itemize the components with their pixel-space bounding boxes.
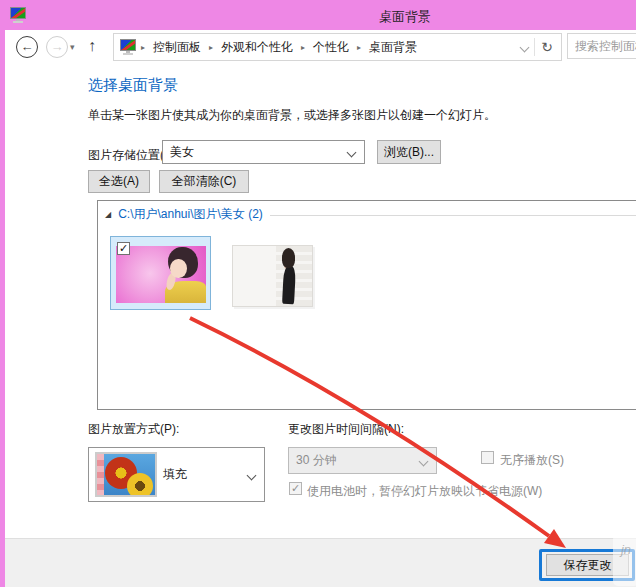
picture-location-value: 美女	[163, 144, 194, 161]
picture-location-select[interactable]: 美女	[162, 140, 365, 164]
up-button[interactable]: ↑	[88, 37, 96, 55]
forward-button[interactable]: →	[46, 36, 68, 58]
back-button[interactable]: ←	[16, 36, 38, 58]
picture-position-select[interactable]: 填充	[88, 447, 265, 502]
select-all-button[interactable]: 全选(A)	[88, 170, 150, 193]
check-icon: ✓	[119, 242, 128, 254]
bottom-bar	[0, 538, 636, 587]
app-monitor-icon	[10, 7, 26, 23]
navigation-bar: ← → ▾ ↑ ▸ 控制面板 ▸ 外观和个性化 ▸ 个性化 ▸ 桌面背景	[0, 30, 636, 65]
thumbnail-black-dress[interactable]	[232, 245, 313, 307]
thumbnail-figure	[282, 248, 295, 267]
battery-pause-label: 使用电池时，暂停幻灯片放映以节省电源(W)	[307, 483, 542, 500]
change-interval-select: 30 分钟	[288, 447, 437, 474]
check-icon: ✓	[291, 482, 300, 494]
window-title: 桌面背景	[175, 8, 635, 26]
address-dropdown-icon[interactable]	[521, 40, 528, 54]
position-preview-image	[95, 452, 157, 497]
picture-position-label: 图片放置方式(P):	[88, 421, 179, 438]
shuffle-label: 无序播放(S)	[500, 452, 564, 469]
address-bar[interactable]: ▸ 控制面板 ▸ 外观和个性化 ▸ 个性化 ▸ 桌面背景 ↻	[113, 33, 562, 61]
window-left-border	[0, 30, 5, 587]
recent-pages-dropdown-icon[interactable]: ▾	[70, 42, 75, 52]
breadcrumb: ▸ 控制面板 ▸ 外观和个性化 ▸ 个性化 ▸ 桌面背景	[140, 39, 424, 56]
chevron-down-icon	[348, 145, 355, 159]
back-arrow-icon: ←	[21, 39, 34, 54]
battery-pause-checkbox: ✓	[289, 482, 302, 495]
search-input[interactable]	[567, 33, 636, 59]
refresh-icon[interactable]: ↻	[541, 39, 553, 55]
location-folder-icon	[120, 39, 136, 55]
group-divider	[270, 215, 636, 216]
group-header[interactable]: ◢ C:\用户\anhui\图片\美女 (2)	[105, 206, 636, 223]
group-collapse-icon[interactable]: ◢	[105, 210, 111, 219]
chevron-down-icon	[420, 454, 427, 468]
browse-button[interactable]: 浏览(B)...	[377, 140, 441, 164]
address-divider	[534, 38, 535, 56]
thumbnail-figure	[282, 266, 296, 305]
forward-arrow-icon: →	[51, 39, 64, 54]
watermark: jn	[613, 534, 636, 586]
breadcrumb-appearance[interactable]: 外观和个性化	[214, 39, 300, 56]
title-bar: 桌面背景	[0, 0, 636, 30]
clear-all-button[interactable]: 全部清除(C)	[159, 170, 249, 193]
page-title: 选择桌面背景	[88, 76, 178, 95]
breadcrumb-control-panel[interactable]: 控制面板	[146, 39, 208, 56]
change-interval-label: 更改图片时间间隔(N):	[288, 421, 404, 438]
change-interval-value: 30 分钟	[289, 452, 337, 469]
thumbnail-checkbox[interactable]: ✓	[117, 242, 130, 255]
group-path-label: C:\用户\anhui\图片\美女 (2)	[118, 206, 263, 223]
breadcrumb-personalization[interactable]: 个性化	[306, 39, 356, 56]
desktop-background-window: 桌面背景 ← → ▾ ↑ ▸ 控制面板 ▸ 外观和个性化 ▸ 个性化 ▸ 桌	[0, 0, 636, 587]
page-description: 单击某一张图片使其成为你的桌面背景，或选择多张图片以创建一个幻灯片。	[88, 107, 496, 124]
breadcrumb-desktop-background[interactable]: 桌面背景	[362, 39, 424, 56]
shuffle-checkbox	[481, 451, 494, 464]
chevron-down-icon	[248, 468, 255, 482]
